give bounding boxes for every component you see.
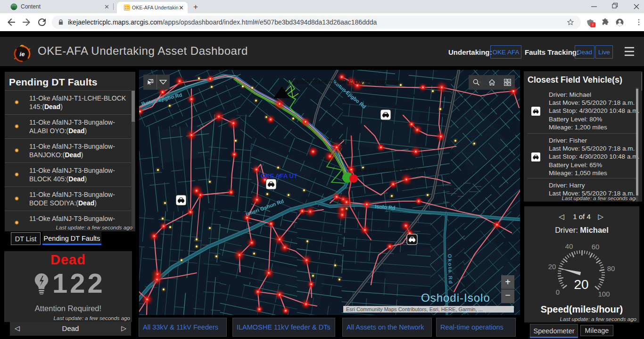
svg-text:80: 80 [607,264,615,272]
svg-text:OKE-AFA 2X15MVA INJECTION: OKE-AFA 2X15MVA INJECTION [357,168,427,173]
svg-text:20: 20 [548,263,556,271]
svg-text:Oshodi-Isolo: Oshodi-Isolo [421,291,490,304]
svg-text:ie: ie [20,51,25,58]
svg-text:OKE AFA UT: OKE AFA UT [261,172,297,179]
svg-text:Okota Rd: Okota Rd [447,254,454,285]
svg-text:20: 20 [574,277,588,292]
svg-text:0: 0 [556,288,560,296]
svg-text:100: 100 [598,290,610,298]
svg-text:EJIGBO TRANS 2X100MVA 1X60MV: EJIGBO TRANS 2X100MVA 1X60MVA 1X533MVA [292,80,400,85]
svg-text:40: 40 [565,242,573,250]
svg-text:60: 60 [592,243,600,251]
